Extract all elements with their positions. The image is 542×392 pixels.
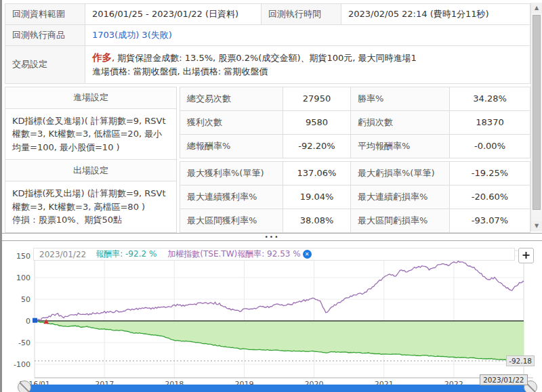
stat-label: 最大區間獲利率%	[180, 209, 283, 233]
stat-label: 總報酬率%	[180, 135, 283, 158]
stat-label: 平均報酬率%	[351, 135, 450, 158]
backtest-info-table: 回測資料範圍 2016/01/25 - 2023/01/22 (日資料) 回測執…	[5, 3, 530, 84]
vertical-scrollbar[interactable]: ▲ ▼	[530, 3, 542, 232]
stat-value: 38.08%	[283, 209, 351, 233]
svg-text:50: 50	[21, 295, 30, 304]
stat-label: 最大獲利率%(單筆)	[180, 162, 283, 186]
scroll-up-icon[interactable]: ▲	[531, 3, 542, 14]
entry-settings-title: 進場設定	[5, 87, 177, 109]
stat-value: -19.25%	[450, 162, 530, 186]
long-position-flag: 作多	[92, 52, 112, 63]
panel-splitter[interactable]: •••	[2, 233, 542, 241]
exit-settings-title: 出場設定	[5, 160, 177, 181]
entry-settings-desc: KD指標(金叉進場)( 計算期數=9, RSVt權數=3, Kt權數=3, 低檔…	[5, 109, 177, 160]
exec-products-link[interactable]: 1703(成功) 3(失敗)	[92, 29, 172, 41]
stat-label: 勝率%	[351, 87, 450, 111]
stat-label: 最大連續虧損率%	[351, 186, 450, 209]
svg-text:-100: -100	[14, 360, 30, 369]
stat-value: -92.20%	[283, 135, 351, 158]
stat-value: 18370	[450, 111, 530, 135]
stats-tables: 總交易次數 27950 勝率% 34.28% 獲利次數 9580 虧損次數 18…	[180, 87, 530, 233]
stat-label: 虧損次數	[351, 111, 450, 135]
exec-time-label: 回測執行時間	[262, 4, 341, 25]
trade-settings-detail: , 期貨保證金成數: 13.5%, 股票0.2%(成交金額)、期貨100元, 最…	[112, 53, 417, 63]
return-chart[interactable]: 2016/01201720182019202020212022202315010…	[2, 241, 542, 392]
stats-grid-bottom: 最大獲利率%(單筆) 137.06% 最大虧損率%(單筆) -19.25% 最大…	[180, 161, 530, 233]
backtest-summary-panel: 回測資料範圍 2016/01/25 - 2023/01/22 (日資料) 回測執…	[2, 0, 542, 233]
stat-value: 9580	[283, 111, 351, 135]
stat-label: 獲利次數	[180, 111, 283, 135]
stat-value: -0.00%	[450, 135, 530, 158]
strategy-return-label: 報酬率: -92.2 %	[96, 248, 157, 260]
range-navigator[interactable]	[23, 385, 532, 392]
backtest-results-window: 回測資料範圍 2016/01/25 - 2023/01/22 (日資料) 回測執…	[0, 0, 542, 392]
trade-settings-prices: 進場價格: 當期收盤價, 出場價格: 當期收盤價	[92, 66, 268, 77]
min-return-badge: -92.18	[506, 355, 535, 366]
svg-text:-50: -50	[18, 339, 30, 347]
tooltip-date: 2023/01/22	[39, 250, 86, 259]
stat-label: 最大虧損率%(單筆)	[351, 162, 450, 186]
strategy-settings-panel: 進場設定 KD指標(金叉進場)( 計算期數=9, RSVt權數=3, Kt權數=…	[5, 87, 177, 233]
scrollbar-thumb[interactable]	[533, 15, 541, 210]
chart-tooltip-legend: 2023/01/22 報酬率: -92.2 % 加權指數(TSE.TW)報酬率:…	[33, 248, 515, 261]
data-range-label: 回測資料範圍	[5, 4, 85, 25]
zoom-in-button[interactable]: +	[518, 248, 534, 263]
stat-value: 137.06%	[283, 162, 351, 186]
exec-time-value: 2023/02/05 22:14 (費時1分11秒)	[341, 4, 530, 25]
stat-value: 27950	[283, 87, 351, 111]
cursor-date-badge: 2023/01/22	[480, 374, 528, 385]
exit-stoploss: 停損 : 股票10%、期貨50點	[12, 215, 122, 225]
stat-value: -93.07%	[450, 209, 530, 233]
stat-value: -20.60%	[450, 186, 530, 209]
remove-series-icon[interactable]: ✕	[303, 250, 312, 259]
trade-settings-value: 作多, 期貨保證金成數: 13.5%, 股票0.2%(成交金額)、期貨100元,…	[85, 46, 530, 84]
exec-products-value: 1703(成功) 3(失敗)	[85, 25, 530, 46]
stat-label: 最大連續獲利率%	[180, 186, 283, 209]
stat-value: 34.28%	[450, 87, 530, 111]
navigator-left-handle-icon[interactable]	[18, 380, 31, 392]
scroll-down-icon[interactable]: ▼	[531, 221, 542, 232]
exec-products-label: 回測執行商品	[5, 25, 85, 46]
stat-label: 總交易次數	[180, 87, 283, 111]
stats-grid-top: 總交易次數 27950 勝率% 34.28% 獲利次數 9580 虧損次數 18…	[180, 87, 530, 158]
svg-text:150: 150	[16, 252, 30, 261]
exit-settings-rule: KD指標(死叉出場) (計算期數=9, RSVt權數=3, Kt權數=3, 高檔…	[12, 188, 166, 212]
exit-settings-desc: KD指標(死叉出場) (計算期數=9, RSVt權數=3, Kt權數=3, 高檔…	[5, 181, 177, 233]
data-range-value: 2016/01/25 - 2023/01/22 (日資料)	[85, 4, 262, 25]
svg-text:100: 100	[16, 274, 30, 282]
index-return-label: 加權指數(TSE.TW)報酬率: 92.53 %	[167, 248, 300, 260]
stat-label: 最大區間虧損率%	[351, 209, 450, 233]
stat-value: 19.04%	[283, 186, 351, 209]
svg-text:0: 0	[26, 317, 30, 326]
return-chart-panel: 2016/01201720182019202020212022202315010…	[2, 241, 542, 392]
trade-settings-label: 交易設定	[5, 46, 85, 84]
stats-and-settings: 進場設定 KD指標(金叉進場)( 計算期數=9, RSVt權數=3, Kt權數=…	[5, 87, 530, 233]
